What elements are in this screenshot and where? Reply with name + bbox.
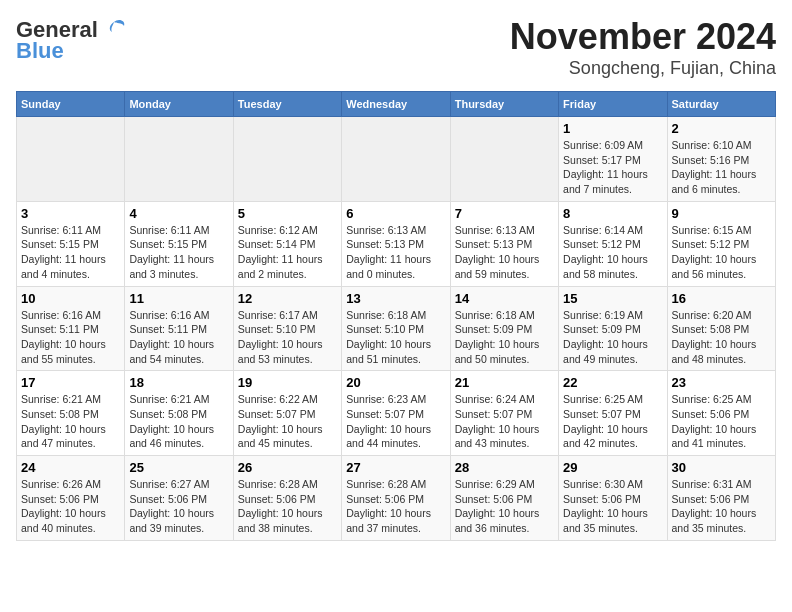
calendar-cell — [342, 117, 450, 202]
weekday-header-sunday: Sunday — [17, 92, 125, 117]
day-number: 16 — [672, 291, 771, 306]
day-info: Sunrise: 6:29 AMSunset: 5:06 PMDaylight:… — [455, 477, 554, 536]
calendar-cell: 2Sunrise: 6:10 AMSunset: 5:16 PMDaylight… — [667, 117, 775, 202]
day-number: 13 — [346, 291, 445, 306]
calendar-cell — [125, 117, 233, 202]
calendar-cell: 4Sunrise: 6:11 AMSunset: 5:15 PMDaylight… — [125, 201, 233, 286]
day-info: Sunrise: 6:27 AMSunset: 5:06 PMDaylight:… — [129, 477, 228, 536]
day-number: 4 — [129, 206, 228, 221]
day-info: Sunrise: 6:24 AMSunset: 5:07 PMDaylight:… — [455, 392, 554, 451]
day-info: Sunrise: 6:13 AMSunset: 5:13 PMDaylight:… — [346, 223, 445, 282]
day-info: Sunrise: 6:10 AMSunset: 5:16 PMDaylight:… — [672, 138, 771, 197]
day-info: Sunrise: 6:19 AMSunset: 5:09 PMDaylight:… — [563, 308, 662, 367]
day-info: Sunrise: 6:12 AMSunset: 5:14 PMDaylight:… — [238, 223, 337, 282]
calendar-cell: 10Sunrise: 6:16 AMSunset: 5:11 PMDayligh… — [17, 286, 125, 371]
day-number: 14 — [455, 291, 554, 306]
day-info: Sunrise: 6:28 AMSunset: 5:06 PMDaylight:… — [238, 477, 337, 536]
calendar-cell: 29Sunrise: 6:30 AMSunset: 5:06 PMDayligh… — [559, 456, 667, 541]
calendar-week-row: 10Sunrise: 6:16 AMSunset: 5:11 PMDayligh… — [17, 286, 776, 371]
calendar-cell: 20Sunrise: 6:23 AMSunset: 5:07 PMDayligh… — [342, 371, 450, 456]
calendar-table: SundayMondayTuesdayWednesdayThursdayFrid… — [16, 91, 776, 541]
day-number: 1 — [563, 121, 662, 136]
day-info: Sunrise: 6:26 AMSunset: 5:06 PMDaylight:… — [21, 477, 120, 536]
day-info: Sunrise: 6:25 AMSunset: 5:06 PMDaylight:… — [672, 392, 771, 451]
day-info: Sunrise: 6:28 AMSunset: 5:06 PMDaylight:… — [346, 477, 445, 536]
day-number: 11 — [129, 291, 228, 306]
calendar-cell: 15Sunrise: 6:19 AMSunset: 5:09 PMDayligh… — [559, 286, 667, 371]
day-info: Sunrise: 6:18 AMSunset: 5:10 PMDaylight:… — [346, 308, 445, 367]
day-number: 9 — [672, 206, 771, 221]
calendar-cell: 21Sunrise: 6:24 AMSunset: 5:07 PMDayligh… — [450, 371, 558, 456]
day-info: Sunrise: 6:20 AMSunset: 5:08 PMDaylight:… — [672, 308, 771, 367]
day-info: Sunrise: 6:22 AMSunset: 5:07 PMDaylight:… — [238, 392, 337, 451]
weekday-header-monday: Monday — [125, 92, 233, 117]
calendar-cell: 3Sunrise: 6:11 AMSunset: 5:15 PMDaylight… — [17, 201, 125, 286]
day-number: 23 — [672, 375, 771, 390]
day-info: Sunrise: 6:18 AMSunset: 5:09 PMDaylight:… — [455, 308, 554, 367]
day-number: 26 — [238, 460, 337, 475]
weekday-header-friday: Friday — [559, 92, 667, 117]
day-info: Sunrise: 6:11 AMSunset: 5:15 PMDaylight:… — [21, 223, 120, 282]
calendar-header-row: SundayMondayTuesdayWednesdayThursdayFrid… — [17, 92, 776, 117]
calendar-cell: 8Sunrise: 6:14 AMSunset: 5:12 PMDaylight… — [559, 201, 667, 286]
calendar-cell: 14Sunrise: 6:18 AMSunset: 5:09 PMDayligh… — [450, 286, 558, 371]
day-info: Sunrise: 6:13 AMSunset: 5:13 PMDaylight:… — [455, 223, 554, 282]
day-number: 24 — [21, 460, 120, 475]
day-number: 6 — [346, 206, 445, 221]
calendar-cell: 27Sunrise: 6:28 AMSunset: 5:06 PMDayligh… — [342, 456, 450, 541]
day-number: 28 — [455, 460, 554, 475]
day-number: 3 — [21, 206, 120, 221]
calendar-cell: 1Sunrise: 6:09 AMSunset: 5:17 PMDaylight… — [559, 117, 667, 202]
day-info: Sunrise: 6:21 AMSunset: 5:08 PMDaylight:… — [129, 392, 228, 451]
calendar-cell: 30Sunrise: 6:31 AMSunset: 5:06 PMDayligh… — [667, 456, 775, 541]
day-info: Sunrise: 6:15 AMSunset: 5:12 PMDaylight:… — [672, 223, 771, 282]
day-info: Sunrise: 6:16 AMSunset: 5:11 PMDaylight:… — [129, 308, 228, 367]
calendar-cell: 19Sunrise: 6:22 AMSunset: 5:07 PMDayligh… — [233, 371, 341, 456]
day-info: Sunrise: 6:25 AMSunset: 5:07 PMDaylight:… — [563, 392, 662, 451]
day-number: 30 — [672, 460, 771, 475]
day-info: Sunrise: 6:31 AMSunset: 5:06 PMDaylight:… — [672, 477, 771, 536]
day-number: 2 — [672, 121, 771, 136]
day-number: 8 — [563, 206, 662, 221]
calendar-subtitle: Songcheng, Fujian, China — [510, 58, 776, 79]
logo: General Blue — [16, 16, 128, 64]
calendar-title: November 2024 — [510, 16, 776, 58]
calendar-cell: 9Sunrise: 6:15 AMSunset: 5:12 PMDaylight… — [667, 201, 775, 286]
day-number: 10 — [21, 291, 120, 306]
day-number: 29 — [563, 460, 662, 475]
calendar-cell: 18Sunrise: 6:21 AMSunset: 5:08 PMDayligh… — [125, 371, 233, 456]
day-number: 27 — [346, 460, 445, 475]
title-block: November 2024 Songcheng, Fujian, China — [510, 16, 776, 79]
calendar-week-row: 3Sunrise: 6:11 AMSunset: 5:15 PMDaylight… — [17, 201, 776, 286]
calendar-cell: 16Sunrise: 6:20 AMSunset: 5:08 PMDayligh… — [667, 286, 775, 371]
calendar-cell: 28Sunrise: 6:29 AMSunset: 5:06 PMDayligh… — [450, 456, 558, 541]
day-number: 22 — [563, 375, 662, 390]
day-number: 20 — [346, 375, 445, 390]
day-info: Sunrise: 6:23 AMSunset: 5:07 PMDaylight:… — [346, 392, 445, 451]
calendar-cell: 6Sunrise: 6:13 AMSunset: 5:13 PMDaylight… — [342, 201, 450, 286]
calendar-week-row: 1Sunrise: 6:09 AMSunset: 5:17 PMDaylight… — [17, 117, 776, 202]
calendar-cell: 13Sunrise: 6:18 AMSunset: 5:10 PMDayligh… — [342, 286, 450, 371]
day-info: Sunrise: 6:14 AMSunset: 5:12 PMDaylight:… — [563, 223, 662, 282]
calendar-cell: 24Sunrise: 6:26 AMSunset: 5:06 PMDayligh… — [17, 456, 125, 541]
logo-bird-icon — [100, 16, 128, 44]
calendar-cell — [17, 117, 125, 202]
day-info: Sunrise: 6:11 AMSunset: 5:15 PMDaylight:… — [129, 223, 228, 282]
day-number: 12 — [238, 291, 337, 306]
calendar-cell: 7Sunrise: 6:13 AMSunset: 5:13 PMDaylight… — [450, 201, 558, 286]
calendar-week-row: 17Sunrise: 6:21 AMSunset: 5:08 PMDayligh… — [17, 371, 776, 456]
day-info: Sunrise: 6:16 AMSunset: 5:11 PMDaylight:… — [21, 308, 120, 367]
calendar-cell: 12Sunrise: 6:17 AMSunset: 5:10 PMDayligh… — [233, 286, 341, 371]
weekday-header-wednesday: Wednesday — [342, 92, 450, 117]
calendar-cell: 23Sunrise: 6:25 AMSunset: 5:06 PMDayligh… — [667, 371, 775, 456]
page-header: General Blue November 2024 Songcheng, Fu… — [16, 16, 776, 79]
day-info: Sunrise: 6:09 AMSunset: 5:17 PMDaylight:… — [563, 138, 662, 197]
calendar-cell: 22Sunrise: 6:25 AMSunset: 5:07 PMDayligh… — [559, 371, 667, 456]
day-number: 21 — [455, 375, 554, 390]
day-number: 25 — [129, 460, 228, 475]
day-number: 5 — [238, 206, 337, 221]
weekday-header-thursday: Thursday — [450, 92, 558, 117]
weekday-header-saturday: Saturday — [667, 92, 775, 117]
calendar-cell: 11Sunrise: 6:16 AMSunset: 5:11 PMDayligh… — [125, 286, 233, 371]
day-info: Sunrise: 6:17 AMSunset: 5:10 PMDaylight:… — [238, 308, 337, 367]
